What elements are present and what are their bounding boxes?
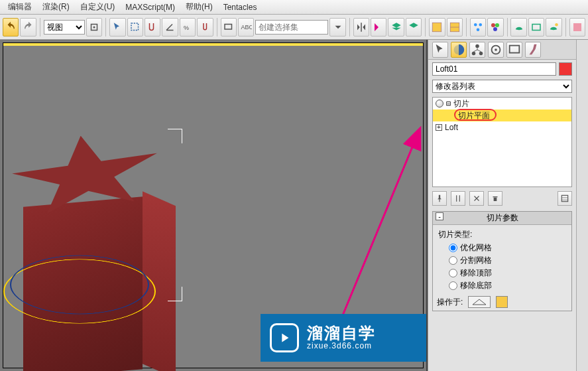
radio-remove-top[interactable]: 移除顶部 <box>437 267 567 279</box>
mirror-button[interactable] <box>353 18 369 37</box>
main-toolbar: 视图 % ABC <box>0 15 588 40</box>
extra-button[interactable] <box>569 18 585 37</box>
tab-motion[interactable] <box>488 42 504 58</box>
lightbulb-icon[interactable] <box>436 100 443 108</box>
operate-poly-button[interactable] <box>496 296 508 308</box>
svg-point-10 <box>479 23 483 27</box>
stack-item-label: 切片 <box>453 98 469 110</box>
menu-editor[interactable]: 编辑器 <box>3 0 37 14</box>
select-region-button[interactable] <box>127 18 143 37</box>
render-setup-button[interactable] <box>510 18 526 37</box>
command-panel-tabs <box>428 40 576 60</box>
radio-split-mesh[interactable]: 分割网格 <box>437 254 567 267</box>
minus-icon[interactable]: - <box>436 212 443 220</box>
radio-remove-bottom[interactable]: 移除底部 <box>437 279 567 292</box>
scene-object <box>0 142 202 371</box>
pivot-button[interactable] <box>86 18 102 37</box>
svg-point-13 <box>495 23 499 27</box>
unique-button[interactable] <box>469 191 484 206</box>
svg-rect-6 <box>433 23 442 32</box>
watermark-title: 溜溜自学 <box>307 325 376 341</box>
svg-point-23 <box>495 48 497 51</box>
modifier-stack[interactable]: ⊟ 切片 切片平面 + Loft <box>432 97 572 187</box>
svg-text:%: % <box>184 24 189 31</box>
stack-subitem-slice-plane[interactable]: 切片平面 <box>433 110 571 121</box>
object-name-input[interactable] <box>432 62 556 76</box>
reference-coord-select[interactable]: 视图 <box>44 20 85 35</box>
modifier-list-select[interactable]: 修改器列表 <box>432 80 572 93</box>
stack-item-slice[interactable]: ⊟ 切片 <box>433 98 571 110</box>
render-frame-button[interactable] <box>528 18 544 37</box>
svg-rect-2 <box>131 23 139 31</box>
tab-utilities[interactable] <box>525 42 541 58</box>
curve-editor-button[interactable] <box>429 18 445 37</box>
collapse-icon[interactable]: ⊟ <box>446 99 451 108</box>
svg-point-19 <box>475 44 479 48</box>
svg-point-14 <box>493 27 497 31</box>
svg-point-11 <box>477 28 480 31</box>
tab-create[interactable] <box>432 42 448 58</box>
svg-point-1 <box>93 26 95 28</box>
select-button[interactable] <box>109 18 125 37</box>
play-icon <box>270 323 299 352</box>
dope-sheet-button[interactable] <box>447 18 463 37</box>
quick-render-button[interactable] <box>546 18 561 37</box>
rollout-slice-params: - 切片参数 切片类型: 优化网格 分割网格 移除顶部 移除底部 操作于: <box>432 211 572 311</box>
configure-sets-button[interactable] <box>558 191 572 206</box>
svg-rect-25 <box>561 195 567 201</box>
operate-on-label: 操作于: <box>437 297 463 308</box>
set-dropdown-button[interactable] <box>329 18 345 37</box>
spinner-snap-button[interactable] <box>197 18 213 37</box>
menu-maxscript[interactable]: MAXScript(M) <box>120 1 180 13</box>
stack-item-label: Loft <box>445 123 458 132</box>
selection-set-input[interactable] <box>255 20 328 35</box>
command-panel: 修改器列表 ⊟ 切片 切片平面 + Loft <box>428 40 576 371</box>
snap-toggle-button[interactable] <box>145 18 160 37</box>
angle-snap-button[interactable] <box>162 18 178 37</box>
operate-face-button[interactable] <box>468 296 491 308</box>
svg-rect-15 <box>532 24 540 30</box>
align-button[interactable] <box>371 18 386 37</box>
show-end-button[interactable] <box>451 191 465 206</box>
svg-rect-4 <box>225 24 232 29</box>
layers2-button[interactable] <box>406 18 422 37</box>
pin-stack-button[interactable] <box>432 191 447 206</box>
remove-mod-button[interactable] <box>488 191 502 206</box>
svg-point-16 <box>556 23 559 27</box>
svg-rect-24 <box>510 45 520 52</box>
menu-help[interactable]: 帮助(H) <box>180 0 218 14</box>
tab-display[interactable] <box>506 42 522 58</box>
stack-item-loft[interactable]: + Loft <box>433 121 571 133</box>
menu-bar: 编辑器 渲染(R) 自定义(U) MAXScript(M) 帮助(H) Tent… <box>0 0 588 15</box>
svg-point-21 <box>479 51 483 55</box>
rollout-header[interactable]: - 切片参数 <box>433 212 571 225</box>
watermark: 溜溜自学 zixue.3d66.com <box>261 314 426 362</box>
stack-subitem-label: 切片平面 <box>458 110 490 121</box>
watermark-url: zixue.3d66.com <box>307 341 376 350</box>
object-color-swatch[interactable] <box>559 62 572 76</box>
svg-rect-17 <box>573 23 581 31</box>
svg-point-12 <box>491 23 495 27</box>
svg-text:ABC: ABC <box>241 24 253 31</box>
undo-button[interactable] <box>3 18 19 37</box>
panel-scrollbar[interactable] <box>576 40 588 371</box>
menu-tentacles[interactable]: Tentacles <box>218 1 263 13</box>
menu-customize[interactable]: 自定义(U) <box>75 0 121 14</box>
menu-render[interactable]: 渲染(R) <box>37 0 75 14</box>
material-editor-button[interactable] <box>487 18 503 37</box>
named-sets-button[interactable] <box>221 18 237 37</box>
tab-hierarchy[interactable] <box>469 42 485 58</box>
abc-button[interactable]: ABC <box>238 18 254 37</box>
redo-button[interactable] <box>20 18 36 37</box>
tab-modify[interactable] <box>451 42 467 58</box>
svg-point-9 <box>474 23 477 27</box>
percent-snap-button[interactable]: % <box>180 18 196 37</box>
radio-refine-mesh[interactable]: 优化网格 <box>437 242 567 254</box>
stack-toolbar <box>432 191 572 206</box>
schematic-button[interactable] <box>470 18 486 37</box>
expand-icon[interactable]: + <box>436 124 442 131</box>
svg-point-20 <box>472 51 476 55</box>
viewport[interactable]: 溜溜自学 zixue.3d66.com <box>0 40 428 371</box>
rollout-title: 切片参数 <box>487 213 518 222</box>
layers-button[interactable] <box>388 18 404 37</box>
